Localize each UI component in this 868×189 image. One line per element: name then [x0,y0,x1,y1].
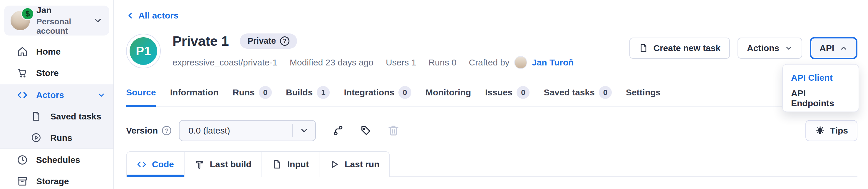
subtab-label: Last build [210,159,251,169]
git-branch-icon[interactable] [332,125,344,137]
sidebar-item-label: Runs [50,133,72,143]
tab-source[interactable]: Source [126,86,156,106]
create-new-task-label: Create new task [653,43,720,53]
subtab-code[interactable]: Code [126,151,185,177]
actions-button[interactable]: Actions [738,38,802,59]
tab-information[interactable]: Information [170,86,219,106]
api-button[interactable]: API [810,37,858,59]
sidebar-item-store[interactable]: Store [0,62,114,84]
subtab-last-build[interactable]: Last build [185,151,262,177]
code-brackets-icon [17,89,28,101]
actor-avatar-initials: P1 [130,37,157,65]
version-select-value: 0.0 (latest) [180,126,292,136]
chevron-up-icon [839,44,848,52]
menu-item-api-endpoints[interactable]: API Endpoints [783,88,859,109]
sidebar-item-saved-tasks[interactable]: Saved tasks [0,106,114,127]
tab-count-badge: 0 [398,86,411,99]
back-to-all-actors-link[interactable]: All actors [126,10,179,21]
tips-label: Tips [830,126,848,136]
sidebar-nav: Home Store Actors Saved t [0,41,114,189]
tab-label: Integrations [344,87,394,98]
chevron-down-icon [293,126,315,135]
tab-count-badge: 0 [259,86,272,99]
sidebar-item-label: Actors [36,90,64,100]
tab-label: Runs [233,87,255,98]
version-bar: Version ? 0.0 (latest) Tips [126,120,858,141]
actor-avatar: P1 [126,34,161,68]
tab-label: Saved tasks [544,87,594,98]
clock-icon [17,154,28,165]
modified-date: Modified 23 days ago [290,58,373,68]
tab-label: Builds [286,87,313,98]
subtab-last-run[interactable]: Last run [319,151,390,177]
tab-count-badge: 1 [317,86,330,99]
version-select[interactable]: 0.0 (latest) [179,120,316,141]
store-cart-icon [17,68,28,79]
author-avatar [514,56,527,69]
sidebar-item-label: Home [36,47,61,56]
chevron-left-icon [126,11,135,20]
account-switcher[interactable]: $ Jan Personal account [4,6,109,36]
tab-settings[interactable]: Settings [626,86,660,106]
tab-label: Monitoring [426,87,471,98]
back-link-label: All actors [138,10,179,21]
users-count: Users 1 [386,58,416,68]
play-icon [330,159,339,169]
sidebar: $ Jan Personal account Home Store [0,0,114,189]
version-label: Version [126,126,158,136]
tab-issues[interactable]: Issues 0 [485,86,529,106]
sidebar-item-storage[interactable]: Storage [0,171,114,189]
account-name: Jan [36,5,86,15]
tab-label: Source [126,87,156,98]
document-icon [31,111,42,122]
help-question-icon: ? [162,126,171,135]
crafted-by: Crafted by Jan Turoň [469,56,574,69]
subtab-label: Input [287,159,309,169]
private-badge[interactable]: Private ? [240,33,297,49]
tab-builds[interactable]: Builds 1 [286,86,330,106]
source-subtabs: Code Last build Input Last run [126,151,858,177]
subtab-input[interactable]: Input [262,151,319,177]
actors-nav-group: Actors Saved tasks Runs [0,84,114,149]
sidebar-item-label: Storage [36,176,69,186]
tag-icon[interactable] [360,125,372,137]
crafted-by-label: Crafted by [469,58,509,68]
sidebar-item-label: Saved tasks [50,112,101,121]
sidebar-item-label: Store [36,68,59,78]
author-link[interactable]: Jan Turoň [532,58,574,68]
tab-monitoring[interactable]: Monitoring [426,86,471,106]
tab-runs[interactable]: Runs 0 [233,86,272,106]
sidebar-item-home[interactable]: Home [0,41,114,62]
tab-integrations[interactable]: Integrations 0 [344,86,411,106]
tab-label: Issues [485,87,513,98]
dollar-badge-icon: $ [21,7,34,20]
user-avatar: $ [10,11,30,30]
help-question-icon: ? [280,36,289,46]
tab-saved-tasks[interactable]: Saved tasks 0 [544,86,612,106]
sidebar-item-schedules[interactable]: Schedules [0,149,114,171]
actions-label: Actions [747,43,779,53]
chevron-down-icon [784,44,793,52]
page-title: Private 1 [173,33,228,49]
create-new-task-button[interactable]: Create new task [629,38,730,59]
lightbulb-icon [815,125,826,136]
code-brackets-icon [136,159,147,169]
api-label: API [819,43,834,53]
document-icon [639,43,648,53]
menu-item-api-client[interactable]: API Client [783,68,859,88]
tab-label: Settings [626,87,660,98]
sidebar-item-actors[interactable]: Actors [0,84,114,106]
subtab-label: Last run [345,159,379,169]
archive-box-icon [17,176,28,187]
chevron-down-icon [97,91,106,100]
subtab-label: Code [152,159,174,169]
account-type: Personal account [36,17,86,36]
trash-icon [388,125,399,137]
hammer-icon [194,159,205,169]
play-circle-icon [31,133,42,144]
sidebar-item-runs[interactable]: Runs [0,127,114,149]
private-badge-label: Private [247,36,276,46]
main-content: All actors P1 Private 1 Private ? expres… [114,0,868,189]
tips-button[interactable]: Tips [805,120,858,141]
sidebar-item-label: Schedules [36,155,80,165]
